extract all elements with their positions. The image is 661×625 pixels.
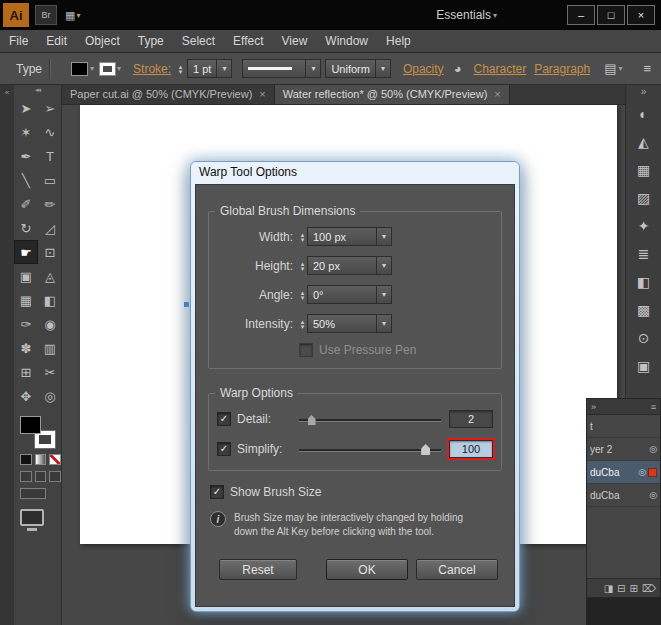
- target-icon[interactable]: ◎: [649, 490, 657, 500]
- tab-water-reflection[interactable]: Water reflection* @ 50% (CMYK/Preview) ×: [275, 84, 510, 104]
- transparency-panel-icon[interactable]: ▩: [626, 296, 661, 324]
- chevron-down-icon[interactable]: ▾: [376, 227, 392, 246]
- collapse-left-icon[interactable]: «: [5, 88, 9, 97]
- simplify-slider[interactable]: [299, 441, 441, 457]
- color-panel-icon[interactable]: ◐: [626, 100, 661, 128]
- selection-tool[interactable]: ➤: [14, 96, 38, 120]
- gradient-panel-icon[interactable]: ◧: [626, 268, 661, 296]
- menu-object[interactable]: Object: [76, 30, 129, 52]
- control-panel-menu-icon[interactable]: ≡: [643, 61, 651, 76]
- new-sublayer-icon[interactable]: ⊟: [617, 583, 625, 594]
- layer-row[interactable]: duCba ◎: [587, 484, 660, 507]
- trash-icon[interactable]: ⌦: [642, 583, 656, 594]
- free-transform-tool[interactable]: ⊡: [38, 240, 62, 264]
- gradient-button[interactable]: [35, 454, 47, 465]
- none-button[interactable]: [49, 454, 61, 465]
- recolor-artwork-icon[interactable]: ◕: [454, 61, 462, 76]
- zoom-tool[interactable]: ◎: [38, 384, 62, 408]
- gradient-tool[interactable]: ◧: [38, 288, 62, 312]
- new-layer-icon[interactable]: ⊞: [629, 583, 637, 594]
- opacity-link[interactable]: Opacity: [403, 62, 444, 76]
- width-stepper[interactable]: ▴▾: [298, 232, 307, 242]
- chevron-down-icon[interactable]: ▾: [376, 256, 392, 275]
- symbol-sprayer-tool[interactable]: ✽: [14, 336, 38, 360]
- layer-row[interactable]: yer 2 ◎: [587, 438, 660, 461]
- chevron-down-icon[interactable]: ▾: [376, 314, 392, 333]
- menu-view[interactable]: View: [273, 30, 317, 52]
- mesh-tool[interactable]: ▦: [14, 288, 38, 312]
- blend-tool[interactable]: ◉: [38, 312, 62, 336]
- menu-edit[interactable]: Edit: [37, 30, 76, 52]
- chevron-down-icon[interactable]: ▾: [90, 64, 94, 73]
- draw-inside-button[interactable]: [49, 471, 61, 482]
- color-guide-panel-icon[interactable]: ◭: [626, 128, 661, 156]
- fill-color-swatch[interactable]: [71, 62, 88, 76]
- menu-type[interactable]: Type: [129, 30, 173, 52]
- lasso-tool[interactable]: ∿: [38, 120, 62, 144]
- simplify-checkbox[interactable]: ✓: [217, 442, 231, 456]
- detail-value-field[interactable]: 2: [449, 410, 493, 428]
- perspective-grid-tool[interactable]: ◬: [38, 264, 62, 288]
- fill-stroke-indicator[interactable]: [20, 416, 56, 448]
- panel-menu-icon[interactable]: ≡: [651, 402, 656, 412]
- cancel-button[interactable]: Cancel: [416, 559, 498, 580]
- layer-row[interactable]: t: [587, 415, 660, 438]
- paintbrush-tool[interactable]: ✐: [14, 192, 38, 216]
- menu-effect[interactable]: Effect: [224, 30, 272, 52]
- height-stepper[interactable]: ▴▾: [298, 261, 307, 271]
- close-button[interactable]: ×: [627, 5, 655, 25]
- stroke-weight-stepper[interactable]: ▴ ▾: [176, 64, 185, 74]
- angle-combo[interactable]: 0° ▾: [307, 285, 392, 304]
- artboard-tool[interactable]: ⊞: [14, 360, 38, 384]
- reset-button[interactable]: Reset: [219, 559, 297, 580]
- panel-collapse-icon[interactable]: »: [591, 402, 596, 412]
- eyedropper-tool[interactable]: ✑: [14, 312, 38, 336]
- intensity-stepper[interactable]: ▴▾: [298, 319, 307, 329]
- menu-file[interactable]: File: [0, 30, 37, 52]
- swatches-panel-icon[interactable]: ▦: [626, 156, 661, 184]
- character-panel-link[interactable]: Character: [473, 62, 526, 76]
- fill-swatch[interactable]: [20, 416, 41, 434]
- magic-wand-tool[interactable]: ✶: [14, 120, 38, 144]
- pen-tool[interactable]: ✒: [14, 144, 38, 168]
- stroke-panel-icon[interactable]: ≣: [626, 240, 661, 268]
- width-combo[interactable]: 100 px ▾: [307, 227, 392, 246]
- graphic-styles-panel-icon[interactable]: ▣: [626, 352, 661, 380]
- clipping-mask-icon[interactable]: ◨: [604, 583, 613, 594]
- slice-tool[interactable]: ✂: [38, 360, 62, 384]
- detail-checkbox[interactable]: ✓: [217, 412, 231, 426]
- hand-tool[interactable]: ✥: [14, 384, 38, 408]
- screen-mode-button[interactable]: [20, 488, 46, 499]
- symbols-panel-icon[interactable]: ✦: [626, 212, 661, 240]
- dock-collapse-icon[interactable]: »: [626, 84, 661, 100]
- dialog-title[interactable]: Warp Tool Options: [191, 162, 519, 183]
- tab-close-icon[interactable]: ×: [494, 88, 500, 100]
- direct-selection-tool[interactable]: ➢: [38, 96, 62, 120]
- brushes-panel-icon[interactable]: ▨: [626, 184, 661, 212]
- stroke-color-swatch[interactable]: [100, 63, 115, 75]
- chevron-down-icon[interactable]: ▾: [117, 64, 121, 73]
- line-segment-tool[interactable]: ╲: [14, 168, 38, 192]
- chevron-down-icon[interactable]: ▾: [376, 285, 392, 304]
- tab-paper-cut[interactable]: Paper cut.ai @ 50% (CMYK/Preview) ×: [62, 84, 275, 104]
- warp-tool[interactable]: ☛: [14, 240, 38, 264]
- workspace-switcher-icon[interactable]: ▦: [65, 9, 74, 22]
- intensity-combo[interactable]: 50% ▾: [307, 314, 392, 333]
- change-screen-mode-icon[interactable]: [20, 509, 44, 526]
- toolbar-grip[interactable]: ◂◂: [14, 84, 61, 96]
- stroke-panel-link[interactable]: Stroke:: [133, 62, 171, 76]
- draw-normal-button[interactable]: [20, 471, 32, 482]
- layer-row-selected[interactable]: duCba ◎: [587, 461, 660, 484]
- menu-help[interactable]: Help: [377, 30, 420, 52]
- tab-close-icon[interactable]: ×: [259, 88, 265, 100]
- menu-select[interactable]: Select: [173, 30, 224, 52]
- chevron-down-icon[interactable]: ▾: [216, 59, 232, 78]
- stroke-weight-combo[interactable]: 1 pt ▾: [187, 59, 232, 78]
- detail-slider-thumb[interactable]: [308, 415, 316, 425]
- minimize-button[interactable]: –: [567, 5, 595, 25]
- bridge-button[interactable]: Br: [35, 5, 57, 25]
- appearance-panel-icon[interactable]: ⊙: [626, 324, 661, 352]
- menu-window[interactable]: Window: [316, 30, 377, 52]
- show-brush-size-checkbox[interactable]: ✓: [210, 485, 224, 499]
- chevron-down-icon[interactable]: ▾: [375, 59, 391, 78]
